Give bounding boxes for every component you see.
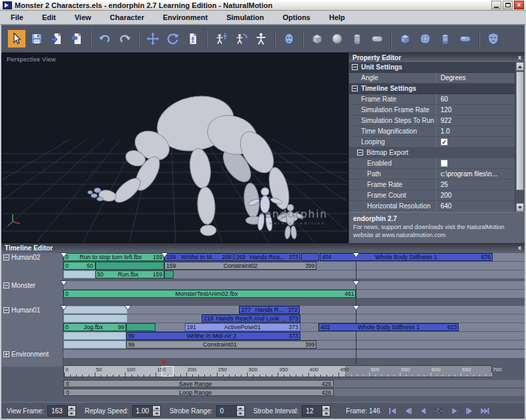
clip-pale[interactable] <box>63 306 127 314</box>
character-translate-tool[interactable] <box>212 29 230 48</box>
property-value-enabled[interactable] <box>436 158 515 168</box>
property-value-simulation-steps-to-run[interactable]: 922 <box>436 116 515 126</box>
spinner-up-icon[interactable] <box>153 406 160 411</box>
clip-jog-fbx[interactable]: 0Jog.fbx99 <box>63 323 126 331</box>
scroll-down-icon[interactable] <box>516 203 524 212</box>
expander-minus-icon[interactable] <box>357 150 363 156</box>
save-button[interactable] <box>27 29 46 48</box>
clip-pale[interactable] <box>63 314 127 323</box>
minimize-button[interactable] <box>491 1 501 9</box>
property-value-horizontal-resolution[interactable]: 640 <box>436 201 515 211</box>
spinner-down-icon[interactable] <box>322 411 330 416</box>
timeline-marker[interactable] <box>124 305 132 310</box>
sphere-tool[interactable] <box>328 29 346 48</box>
dynamic-cylinder-tool[interactable] <box>436 29 455 48</box>
current-frame-thumb[interactable] <box>162 366 173 377</box>
menu-item-options[interactable]: Options <box>277 12 316 23</box>
timeline-marker[interactable] <box>352 252 360 258</box>
play-backward-button[interactable] <box>416 405 431 417</box>
timeline-ruler[interactable]: 0501001502002503003504004505005506006507… <box>63 365 492 377</box>
character-tool[interactable] <box>252 29 270 48</box>
expander-plus-icon[interactable] <box>3 351 9 357</box>
menu-item-file[interactable]: File <box>5 12 29 23</box>
spinner-up-icon[interactable] <box>68 406 75 411</box>
dynamic-box-tool[interactable] <box>396 29 415 48</box>
clip-constraint02[interactable]: 159Constraint02399 <box>164 262 316 270</box>
checkbox-unchecked-icon[interactable] <box>441 160 448 167</box>
timeline-marker[interactable] <box>60 280 67 286</box>
clip-run-to-stop-turn-left-fbx[interactable]: 0Run to stop turn left.fbx159 <box>63 253 164 261</box>
clip-whole-body-stiffness-1[interactable]: 402Whole Body Stiffness 1623 <box>318 323 459 331</box>
loop-off-button[interactable] <box>431 405 447 417</box>
checkbox-checked-icon[interactable]: ✓ <box>441 138 448 146</box>
clip-writhe-in-m[interactable]: 159Writhe In M...268 <box>164 253 234 261</box>
select-tool[interactable] <box>7 29 26 48</box>
redo-button[interactable] <box>115 29 134 48</box>
range-bar-loop-range[interactable]: 0Loop Range426 <box>63 389 334 396</box>
field-input-view-frame[interactable]: 163 <box>47 405 67 417</box>
clip-activepose01[interactable]: 191ActivePose01373 <box>185 323 300 331</box>
property-value-time-magnification[interactable]: 1.0 <box>436 126 515 136</box>
property-value-path[interactable]: c:\program files\n... <box>436 169 515 179</box>
head-tool[interactable] <box>280 29 298 48</box>
play-button[interactable] <box>447 405 462 417</box>
clip-blue[interactable] <box>301 253 320 261</box>
property-scrollbar[interactable] <box>515 62 525 212</box>
clip-hands-reach-and-look[interactable]: 218Hands Reach And Look ...373 <box>202 314 300 323</box>
step-back-button[interactable] <box>401 405 416 417</box>
playhead-flag-icon[interactable] <box>162 359 168 366</box>
property-value-frame-rate[interactable]: 60 <box>436 94 515 104</box>
cylinder-tool[interactable] <box>348 29 366 48</box>
property-value-angle[interactable]: Degrees <box>436 73 515 83</box>
scroll-thumb[interactable] <box>516 71 524 190</box>
menu-item-environment[interactable]: Environment <box>158 12 213 23</box>
expander-minus-icon[interactable] <box>352 85 358 91</box>
range-bar-save-range[interactable]: 0Save Range426 <box>63 380 334 387</box>
timeline-marker[interactable] <box>161 252 168 258</box>
clip-constraint01[interactable]: 99Constraint01399 <box>126 341 316 349</box>
dynamic-capsule-tool[interactable] <box>456 29 475 48</box>
character-rotate-tool[interactable] <box>232 29 250 48</box>
menu-item-view[interactable]: View <box>69 12 97 23</box>
clip-monstertestanim02-fbx[interactable]: 0MonsterTestAnim02.fbx461 <box>63 290 356 298</box>
clip-hands-rea[interactable]: 269Hands Rea...373 <box>234 253 300 261</box>
clip-teal[interactable] <box>95 262 165 270</box>
field-input-strobe-range[interactable]: 0 <box>216 405 236 417</box>
title-bar[interactable]: Monster 2 Characters.els - endorphin 2.7… <box>0 0 526 11</box>
clip-writhe-in-mid-air-2[interactable]: 99Writhe In Mid-Air 2373 <box>126 332 300 340</box>
capsule-tool[interactable] <box>368 29 386 48</box>
property-value-simulation-frame-rate[interactable]: 120 <box>436 105 515 115</box>
viewport-3d[interactable]: Perspective View endorphin learning edit… <box>1 53 348 243</box>
property-value-looping[interactable]: ✓ <box>436 137 515 147</box>
spinner-up-icon[interactable] <box>237 406 244 411</box>
maximize-button[interactable] <box>503 1 513 9</box>
expander-minus-icon[interactable] <box>3 307 9 313</box>
menu-item-help[interactable]: Help <box>324 12 350 23</box>
timeline-marker[interactable] <box>60 252 67 258</box>
expander-minus-icon[interactable] <box>352 64 358 70</box>
spinner-down-icon[interactable] <box>68 411 75 416</box>
export-button[interactable] <box>67 29 86 48</box>
spinner-down-icon[interactable] <box>237 411 244 416</box>
skip-to-end-button[interactable] <box>477 405 493 417</box>
spinner[interactable] <box>322 405 330 417</box>
clip-run-fbx[interactable]: 50Run.fbx159 <box>95 270 165 278</box>
expander-minus-icon[interactable] <box>3 282 9 288</box>
rotate-tool[interactable] <box>164 29 182 48</box>
timeline-marker[interactable] <box>352 280 360 286</box>
skip-to-start-button[interactable] <box>385 405 401 417</box>
close-button[interactable]: × <box>514 1 524 9</box>
expander-minus-icon[interactable] <box>3 254 9 260</box>
spinner[interactable] <box>152 405 161 417</box>
spinner-down-icon[interactable] <box>153 411 160 416</box>
clip-hands-r[interactable]: 277Hands R...372 <box>239 306 299 314</box>
field-input-replay-speed[interactable]: 1.00 <box>132 405 152 417</box>
clip-teal[interactable] <box>126 323 156 331</box>
spinner-up-icon[interactable] <box>322 406 330 411</box>
import-button[interactable] <box>47 29 66 48</box>
property-value-frame-count[interactable]: 200 <box>436 190 515 200</box>
field-input-strobe-interval[interactable]: 12 <box>302 405 322 417</box>
box-tool[interactable] <box>308 29 326 48</box>
property-value-frame-rate[interactable]: 25 <box>436 180 515 190</box>
timeline-marker[interactable] <box>352 305 360 310</box>
